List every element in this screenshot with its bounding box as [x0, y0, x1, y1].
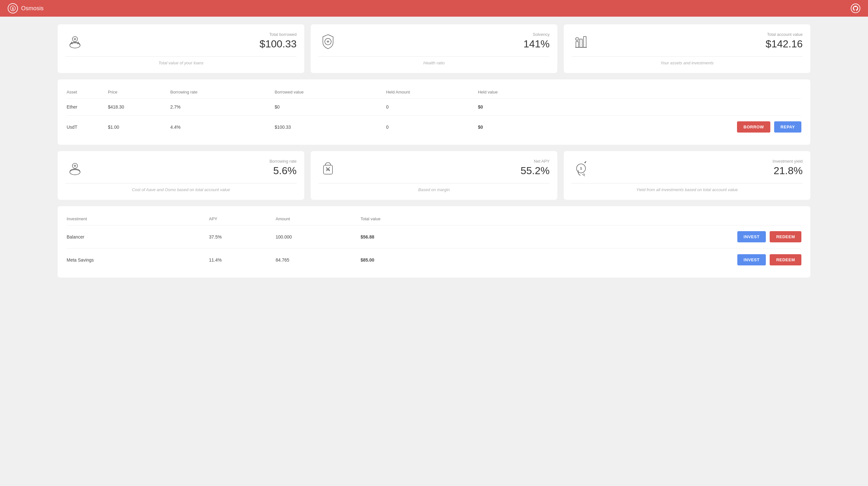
app-title: Osmosis [21, 5, 43, 12]
investment-yield-card: $ Investment yield 21.8% Yield from all … [564, 151, 810, 200]
invest-row-meta-savings: Meta Savings 11.4% 84.765 $85.00 INVEST … [67, 249, 801, 271]
col-investment: Investment [67, 213, 209, 225]
invest-table-header: Investment APY Amount Total value [67, 213, 801, 225]
col-amount: Amount [276, 213, 361, 225]
invest-yield-values: Investment yield 21.8% [596, 159, 803, 177]
net-apy-label: Net APY [343, 159, 550, 164]
total-value-meta: $85.00 [361, 249, 465, 271]
col-apy: APY [209, 213, 276, 225]
borrow-icon [65, 32, 85, 51]
total-value-balancer: $56.88 [361, 225, 465, 249]
invest-button-meta[interactable]: INVEST [737, 254, 766, 265]
borrow-rate-label: Borrowing rate [90, 159, 297, 164]
borrowed-label: Total borrowed [90, 32, 297, 37]
repay-button[interactable]: REPAY [774, 121, 801, 133]
col-total-value: Total value [361, 213, 465, 225]
held-value-usdt: $0 [478, 116, 554, 139]
solvency-value: 141% [343, 38, 550, 50]
col-asset: Asset [67, 86, 108, 99]
held-value-ether: $0 [478, 99, 554, 116]
metric-cards-row: Borrowing rate 5.6% Cost of Aave and Osm… [58, 151, 810, 200]
actions-balancer: INVEST REDEEM [465, 225, 801, 249]
col-held-amount: Held Amount [386, 86, 478, 99]
col-actions [554, 86, 801, 99]
redeem-button-meta[interactable]: REDEEM [770, 254, 801, 265]
col-held-value: Held value [478, 86, 554, 99]
borrow-rate-subtitle: Cost of Aave and Osmo based on total acc… [65, 184, 297, 192]
solvency-card: Solvency 141% Health ratio [311, 24, 557, 73]
svg-text:$: $ [577, 38, 578, 40]
total-borrowed-card: Total borrowed $100.33 Total value of yo… [58, 24, 304, 73]
borrow-row-usdt: UsdT $1.00 4.4% $100.33 0 $0 BORROW REPA… [67, 116, 801, 139]
col-price: Price [108, 86, 170, 99]
main-content: Total borrowed $100.33 Total value of yo… [0, 17, 868, 285]
invest-yield-label: Investment yield [596, 159, 803, 164]
github-link[interactable] [851, 3, 860, 13]
account-values: Total account value $142.16 [596, 32, 803, 50]
header-brand: $ Osmosis [8, 3, 43, 13]
account-subtitle: Your assets and investments [571, 57, 803, 65]
svg-rect-5 [576, 42, 579, 47]
borrow-rate-value: 5.6% [90, 165, 297, 177]
amount-meta: 84.765 [276, 249, 361, 271]
net-apy-card: % Net APY 55.2% Based on margin [311, 151, 557, 200]
card-top-invest-yield: $ Investment yield 21.8% [571, 159, 803, 184]
svg-point-2 [70, 43, 80, 48]
card-top-borrow-rate: Borrowing rate 5.6% [65, 159, 297, 184]
shield-icon [318, 32, 338, 51]
actions-ether [554, 99, 801, 116]
borrow-row-ether: Ether $418.30 2.7% $0 0 $0 [67, 99, 801, 116]
asset-usdt: UsdT [67, 116, 108, 139]
rate-ether: 2.7% [170, 99, 275, 116]
account-value: $142.16 [596, 38, 803, 50]
col-borrowing-rate: Borrowing rate [170, 86, 275, 99]
amount-balancer: 100.000 [276, 225, 361, 249]
card-top-account: $ Total account value $142.16 [571, 32, 803, 57]
summary-cards-row: Total borrowed $100.33 Total value of yo… [58, 24, 810, 73]
solvency-values: Solvency 141% [343, 32, 550, 50]
borrow-rate-values: Borrowing rate 5.6% [90, 159, 297, 177]
bag-icon: % [318, 159, 338, 178]
net-apy-value: 55.2% [343, 165, 550, 177]
account-value-card: $ Total account value $142.16 Your asset… [564, 24, 810, 73]
account-icon: $ [571, 32, 591, 51]
svg-rect-6 [580, 39, 582, 47]
invest-table-body: Balancer 37.5% 100.000 $56.88 INVEST RED… [67, 225, 801, 271]
net-apy-subtitle: Based on margin [318, 184, 550, 192]
solvency-subtitle: Health ratio [318, 57, 550, 65]
borrowed-ether: $0 [275, 99, 386, 116]
redeem-button-balancer[interactable]: REDEEM [770, 231, 801, 242]
invest-table-panel: Investment APY Amount Total value Balanc… [58, 206, 810, 278]
card-top-borrowed: Total borrowed $100.33 [65, 32, 297, 57]
card-top-net-apy: % Net APY 55.2% [318, 159, 550, 184]
borrowed-subtitle: Total value of your loans [65, 57, 297, 65]
borrow-table-panel: Asset Price Borrowing rate Borrowed valu… [58, 79, 810, 145]
price-ether: $418.30 [108, 99, 170, 116]
borrow-button[interactable]: BORROW [737, 121, 770, 133]
borrow-rate-icon [65, 159, 85, 178]
invest-row-balancer: Balancer 37.5% 100.000 $56.88 INVEST RED… [67, 225, 801, 249]
col-borrowed-value: Borrowed value [275, 86, 386, 99]
investment-meta: Meta Savings [67, 249, 209, 271]
held-amount-usdt: 0 [386, 116, 478, 139]
actions-usdt: BORROW REPAY [554, 116, 801, 139]
apy-balancer: 37.5% [209, 225, 276, 249]
invest-yield-value: 21.8% [596, 165, 803, 177]
investment-balancer: Balancer [67, 225, 209, 249]
invest-table: Investment APY Amount Total value Balanc… [67, 213, 801, 271]
borrowing-rate-card: Borrowing rate 5.6% Cost of Aave and Osm… [58, 151, 304, 200]
svg-text:$: $ [12, 7, 14, 10]
actions-meta: INVEST REDEEM [465, 249, 801, 271]
price-usdt: $1.00 [108, 116, 170, 139]
col-invest-actions [465, 213, 801, 225]
borrowed-value: $100.33 [90, 38, 297, 50]
svg-text:$: $ [580, 166, 582, 170]
svg-point-10 [70, 170, 80, 175]
borrow-table-header: Asset Price Borrowing rate Borrowed valu… [67, 86, 801, 99]
app-logo: $ [8, 3, 18, 13]
invest-button-balancer[interactable]: INVEST [737, 231, 766, 242]
rate-usdt: 4.4% [170, 116, 275, 139]
svg-rect-7 [584, 36, 586, 47]
asset-ether: Ether [67, 99, 108, 116]
borrow-table-body: Ether $418.30 2.7% $0 0 $0 UsdT $1.00 4.… [67, 99, 801, 139]
